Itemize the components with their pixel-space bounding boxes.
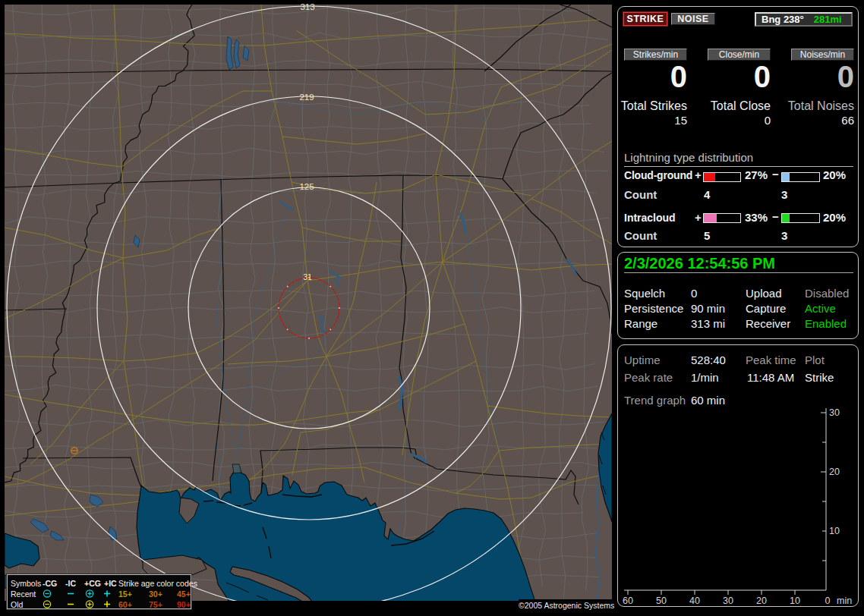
svg-text:40: 40 [689, 596, 700, 606]
svg-text:50: 50 [656, 596, 667, 606]
svg-text:0: 0 [825, 596, 831, 606]
svg-text:31: 31 [303, 272, 312, 281]
svg-text:30: 30 [723, 596, 733, 606]
svg-text:30: 30 [829, 407, 840, 418]
svg-text:125: 125 [299, 182, 314, 191]
svg-text:219: 219 [299, 93, 314, 102]
svg-text:10: 10 [790, 596, 800, 606]
svg-text:min: min [837, 596, 852, 606]
svg-text:313: 313 [300, 2, 314, 11]
svg-text:10: 10 [829, 526, 840, 536]
svg-text:20: 20 [829, 467, 840, 477]
svg-text:60: 60 [623, 596, 633, 606]
svg-text:20: 20 [756, 596, 767, 606]
